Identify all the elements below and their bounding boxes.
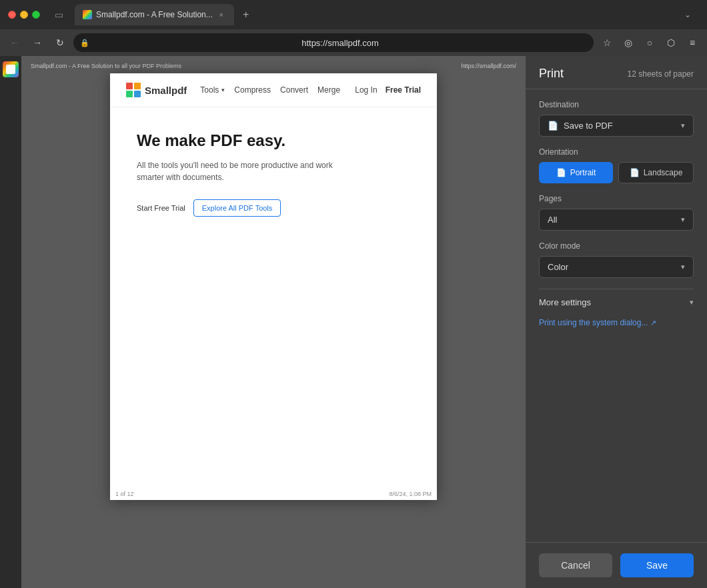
sidebar-toggle-icon[interactable]: ▭ xyxy=(53,9,64,20)
tab-bar: Smallpdf.com - A Free Solution... × + ⌄ xyxy=(75,4,694,25)
orientation-label: Orientation xyxy=(539,147,694,157)
forward-button[interactable]: → xyxy=(28,33,47,52)
pages-select[interactable]: All ▾ xyxy=(539,209,694,231)
pocket-icon[interactable]: ◎ xyxy=(619,33,638,52)
reload-button[interactable]: ↻ xyxy=(51,33,69,52)
orientation-section: Orientation 📄 Portrait 📄 Landscape xyxy=(539,147,694,183)
tab-title: Smallpdf.com - A Free Solution... xyxy=(96,10,213,19)
security-icon: 🔒 xyxy=(80,39,89,47)
nav-tools[interactable]: Tools ▾ xyxy=(200,85,225,95)
pages-chevron-icon: ▾ xyxy=(681,215,685,224)
bookmark-icon[interactable]: ☆ xyxy=(598,33,616,52)
orientation-options: 📄 Portrait 📄 Landscape xyxy=(539,162,694,183)
print-footer: Cancel Save xyxy=(526,542,707,588)
logo-sq-red xyxy=(126,83,133,89)
color-select[interactable]: Color ▾ xyxy=(539,256,694,278)
logo-sq-yellow xyxy=(134,83,141,89)
system-dialog-link[interactable]: Print using the system dialog... ↗ xyxy=(539,318,694,327)
web-preview: Smallpdf.com - A Free Solution to all yo… xyxy=(21,56,526,588)
url-strip: Smallpdf.com - A Free Solution to all yo… xyxy=(28,63,519,69)
more-settings-chevron-icon: ▾ xyxy=(690,298,694,307)
tab-list-icon[interactable]: ⌄ xyxy=(682,7,694,22)
url-strip-right: https://smallpdf.com/ xyxy=(461,63,516,69)
hero-actions: Start Free Trial Explore All PDF Tools xyxy=(137,199,410,217)
free-trial-button[interactable]: Free Trial xyxy=(386,85,421,95)
site-logo: Smallpdf xyxy=(126,83,187,97)
url-text: https://smallpdf.com xyxy=(93,38,587,48)
hero-title: We make PDF easy. xyxy=(137,131,410,150)
destination-label: Destination xyxy=(539,100,694,109)
traffic-lights xyxy=(8,11,40,19)
nav-bar: ← → ↻ 🔒 https://smallpdf.com ☆ ◎ ○ ⬡ ≡ xyxy=(0,29,707,56)
color-mode-label: Color mode xyxy=(539,241,694,251)
logo-icon xyxy=(126,83,141,97)
portrait-button[interactable]: 📄 Portrait xyxy=(539,162,613,183)
landscape-button[interactable]: 📄 Landscape xyxy=(618,162,694,183)
site-header: Smallpdf Tools ▾ Compress Convert Merge … xyxy=(110,73,437,107)
address-bar[interactable]: 🔒 https://smallpdf.com xyxy=(73,33,594,52)
color-mode-section: Color mode Color ▾ xyxy=(539,241,694,278)
new-tab-button[interactable]: + xyxy=(237,5,255,24)
sidebar-home-icon[interactable] xyxy=(3,61,19,77)
external-link-icon: ↗ xyxy=(650,319,656,327)
page-footer: 1 of 12 8/6/24, 1:08 PM xyxy=(110,488,437,500)
maximize-button[interactable] xyxy=(32,11,40,19)
page-timestamp: 8/6/24, 1:08 PM xyxy=(389,491,432,497)
back-button[interactable]: ← xyxy=(5,33,24,52)
extensions-icon[interactable]: ⬡ xyxy=(662,33,680,52)
portrait-icon: 📄 xyxy=(556,168,566,177)
landscape-icon: 📄 xyxy=(630,168,640,177)
title-bar: ▭ Smallpdf.com - A Free Solution... × + … xyxy=(0,0,707,29)
menu-icon[interactable]: ≡ xyxy=(683,33,702,52)
tools-dropdown-icon: ▾ xyxy=(221,87,225,93)
url-strip-left: Smallpdf.com - A Free Solution to all yo… xyxy=(31,63,181,69)
page-preview: Smallpdf Tools ▾ Compress Convert Merge … xyxy=(110,73,437,500)
save-button[interactable]: Save xyxy=(620,553,694,577)
more-settings-row[interactable]: More settings ▾ xyxy=(539,289,694,315)
nav-compress[interactable]: Compress xyxy=(234,85,271,95)
explore-tools-button[interactable]: Explore All PDF Tools xyxy=(193,199,281,217)
print-sheets-info: 12 sheets of paper xyxy=(628,69,694,79)
color-value: Color xyxy=(548,262,568,272)
print-body: Destination 📄 Save to PDF ▾ Orientation … xyxy=(526,89,707,542)
tab-close-icon[interactable]: × xyxy=(217,10,226,19)
hero-section: We make PDF easy. All the tools you'll n… xyxy=(110,107,437,241)
nav-convert[interactable]: Convert xyxy=(280,85,308,95)
color-chevron-icon: ▾ xyxy=(681,263,685,271)
print-title: Print xyxy=(539,67,564,81)
minimize-button[interactable] xyxy=(20,11,28,19)
cancel-button[interactable]: Cancel xyxy=(539,553,612,577)
pages-value: All xyxy=(548,215,557,225)
pages-section: Pages All ▾ xyxy=(539,194,694,231)
destination-select[interactable]: 📄 Save to PDF ▾ xyxy=(539,115,694,137)
logo-text: Smallpdf xyxy=(145,85,187,96)
tab-favicon-icon xyxy=(83,10,92,19)
login-link[interactable]: Log In xyxy=(355,85,377,95)
pages-label: Pages xyxy=(539,194,694,203)
more-settings-label: More settings xyxy=(539,297,591,307)
close-button[interactable] xyxy=(8,11,16,19)
start-trial-button[interactable]: Start Free Trial xyxy=(137,204,185,212)
browser-chrome: ▭ Smallpdf.com - A Free Solution... × + … xyxy=(0,0,707,56)
sidebar-strip xyxy=(0,56,21,588)
main-area: Smallpdf.com - A Free Solution to all yo… xyxy=(0,56,707,588)
nav-merge[interactable]: Merge xyxy=(317,85,340,95)
logo-sq-blue xyxy=(134,91,141,97)
site-nav: Tools ▾ Compress Convert Merge xyxy=(200,85,347,95)
destination-chevron-icon: ▾ xyxy=(681,121,685,130)
browser-tab[interactable]: Smallpdf.com - A Free Solution... × xyxy=(75,4,234,25)
hero-subtitle: All the tools you'll need to be more pro… xyxy=(137,159,350,183)
print-header: Print 12 sheets of paper xyxy=(526,56,707,89)
page-info: 1 of 12 xyxy=(115,491,134,497)
logo-sq-green xyxy=(126,91,133,97)
nav-actions: ☆ ◎ ○ ⬡ ≡ xyxy=(598,33,702,52)
destination-doc-icon: 📄 xyxy=(548,121,558,131)
destination-section: Destination 📄 Save to PDF ▾ xyxy=(539,100,694,137)
account-icon[interactable]: ○ xyxy=(640,33,659,52)
print-panel: Print 12 sheets of paper Destination 📄 S… xyxy=(526,56,707,588)
destination-value: 📄 Save to PDF xyxy=(548,121,613,131)
